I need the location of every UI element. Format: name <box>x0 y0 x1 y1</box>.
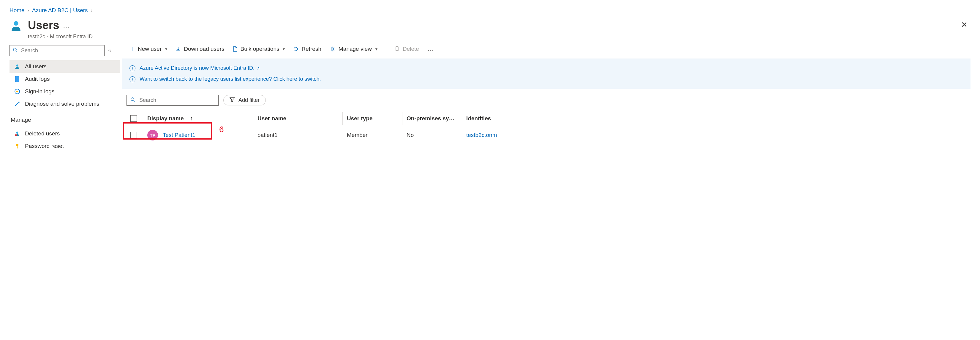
sidebar-search-input[interactable] <box>21 47 101 54</box>
button-label: Add filter <box>239 97 259 103</box>
delete-button: Delete <box>395 45 419 53</box>
close-button[interactable]: ✕ <box>958 19 970 30</box>
plus-icon <box>129 46 135 52</box>
user-icon <box>10 19 22 33</box>
toolbar-more-button[interactable]: … <box>427 45 434 53</box>
avatar: TP <box>147 130 158 140</box>
filter-row: Add filter <box>127 95 970 106</box>
add-filter-button[interactable]: Add filter <box>223 95 266 105</box>
page-subtitle: testb2c - Microsoft Entra ID <box>28 33 93 40</box>
refresh-button[interactable]: Refresh <box>293 46 321 52</box>
sidebar-item-label: Sign-in logs <box>25 88 54 95</box>
sidebar-item-label: Diagnose and solve problems <box>25 101 99 107</box>
sidebar-item-label: All users <box>25 63 47 70</box>
chevron-right-icon: › <box>91 8 92 13</box>
deleted-user-icon <box>14 131 21 137</box>
table-search[interactable] <box>127 95 219 106</box>
document-icon <box>233 46 237 52</box>
download-icon <box>175 46 181 52</box>
signin-icon <box>14 89 21 94</box>
manage-view-button[interactable]: Manage view ▾ <box>329 46 377 52</box>
entra-rename-link[interactable]: Azure Active Directory is now Microsoft … <box>140 65 260 71</box>
sidebar-search[interactable] <box>10 45 105 56</box>
svg-point-7 <box>15 105 16 106</box>
title-more-button[interactable]: … <box>63 22 70 29</box>
tools-icon <box>14 101 21 107</box>
page-title: Users <box>28 19 59 32</box>
header-label: Display name <box>147 115 184 122</box>
svg-line-17 <box>134 100 135 102</box>
filter-icon <box>229 97 235 103</box>
svg-point-12 <box>16 144 18 146</box>
legacy-switch-link[interactable]: Want to switch back to the legacy users … <box>140 76 321 82</box>
column-header-user-name[interactable]: User name <box>253 112 342 125</box>
gear-icon <box>329 46 336 52</box>
table-header-row: Display name ↑ User name User type On-pr… <box>124 110 970 127</box>
download-users-button[interactable]: Download users <box>175 46 224 52</box>
sidebar-item-deleted-users[interactable]: Deleted users <box>10 127 120 140</box>
cell-on-premises: No <box>402 129 462 141</box>
bulk-operations-button[interactable]: Bulk operations ▾ <box>233 46 285 52</box>
user-link[interactable]: Test Patient1 <box>163 132 196 138</box>
chevron-down-icon: ▾ <box>283 47 285 51</box>
column-header-identities[interactable]: Identities <box>462 112 510 125</box>
svg-point-16 <box>131 98 134 101</box>
sidebar-item-sign-in-logs[interactable]: Sign-in logs <box>10 85 120 98</box>
sort-asc-icon: ↑ <box>190 115 193 122</box>
key-icon <box>14 143 21 149</box>
button-label: Download users <box>184 46 224 52</box>
info-icon: i <box>129 65 135 71</box>
external-link-icon: ↗ <box>256 66 260 71</box>
button-label: New user <box>138 46 162 52</box>
svg-point-15 <box>332 48 334 50</box>
sidebar-item-label: Deleted users <box>25 130 60 137</box>
page-title-bar: Users … testb2c - Microsoft Entra ID ✕ <box>10 19 970 40</box>
search-icon <box>130 97 135 103</box>
cell-user-type: Member <box>343 129 402 141</box>
svg-point-8 <box>18 102 20 103</box>
breadcrumb-level1[interactable]: Azure AD B2C | Users <box>32 7 88 14</box>
annotation-callout-6: 6 <box>219 125 224 134</box>
column-header-user-type[interactable]: User type <box>343 112 402 125</box>
sidebar-item-all-users[interactable]: All users <box>10 60 120 73</box>
breadcrumb-home[interactable]: Home <box>10 7 25 14</box>
new-user-button[interactable]: New user ▾ <box>129 46 167 52</box>
cell-display-name[interactable]: TP Test Patient1 <box>143 127 253 143</box>
svg-rect-14 <box>17 148 18 148</box>
refresh-icon <box>293 46 299 52</box>
table-search-input[interactable] <box>139 97 215 103</box>
button-label: Delete <box>403 46 419 52</box>
chevron-right-icon: › <box>28 8 29 13</box>
sidebar-item-audit-logs[interactable]: Audit logs <box>10 73 120 85</box>
button-label: Bulk operations <box>240 46 280 52</box>
chevron-down-icon: ▾ <box>165 47 167 51</box>
sidebar-section-manage: Manage <box>10 110 120 127</box>
info-banner: i Azure Active Directory is now Microsof… <box>123 59 970 89</box>
svg-point-3 <box>16 64 18 67</box>
user-icon <box>14 64 21 70</box>
sidebar: « All users Audit logs Sign-in logs Diag… <box>10 45 123 153</box>
search-icon <box>13 48 18 54</box>
table-row[interactable]: TP Test Patient1 patient1 Member No test… <box>124 127 970 143</box>
sidebar-item-label: Password reset <box>25 143 64 149</box>
button-label: Manage view <box>339 46 372 52</box>
main-panel: New user ▾ Download users Bulk operation… <box>123 45 970 153</box>
column-header-on-premises[interactable]: On-premises sy… <box>402 112 462 125</box>
svg-point-0 <box>14 21 18 25</box>
info-icon: i <box>129 76 135 82</box>
sidebar-item-label: Audit logs <box>25 76 49 82</box>
collapse-sidebar-button[interactable]: « <box>108 48 111 54</box>
column-header-display-name[interactable]: Display name ↑ <box>143 112 253 125</box>
svg-rect-11 <box>16 135 17 135</box>
row-checkbox[interactable] <box>124 129 143 141</box>
button-label: Refresh <box>301 46 321 52</box>
sidebar-item-diagnose[interactable]: Diagnose and solve problems <box>10 98 120 110</box>
sidebar-item-password-reset[interactable]: Password reset <box>10 140 120 153</box>
trash-icon <box>395 45 400 53</box>
svg-line-2 <box>16 51 17 52</box>
users-table: Display name ↑ User name User type On-pr… <box>124 110 970 143</box>
book-icon <box>14 76 21 82</box>
cell-identities[interactable]: testb2c.onm <box>462 129 510 141</box>
select-all-checkbox[interactable] <box>124 112 143 125</box>
cell-user-name: patient1 <box>253 129 342 141</box>
